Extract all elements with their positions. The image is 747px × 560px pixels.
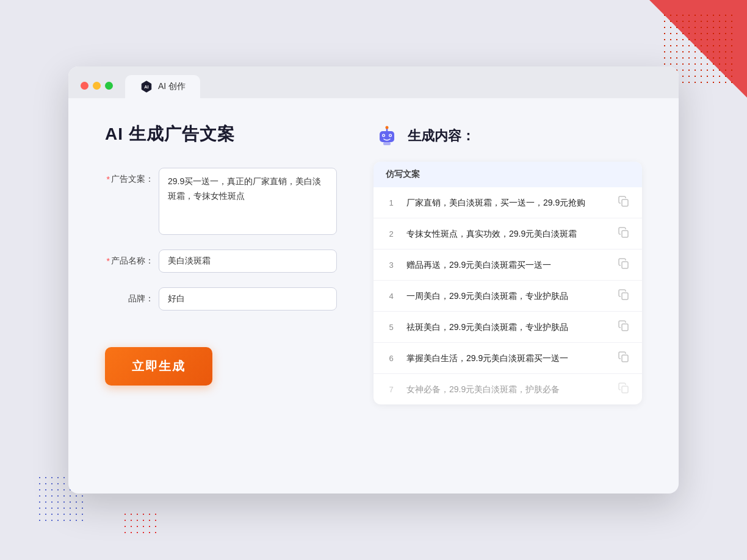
browser-titlebar: AI AI 创作 (68, 66, 679, 98)
results-container: 仿写文案 1厂家直销，美白淡斑霜，买一送一，29.9元抢购 2专抹女性斑点，真实… (374, 162, 642, 404)
bg-dots-red2 (122, 511, 159, 536)
result-number: 4 (386, 292, 397, 301)
result-text: 专抹女性斑点，真实功效，29.9元美白淡斑霜 (406, 228, 608, 240)
svg-point-7 (389, 135, 391, 136)
copy-icon[interactable] (618, 257, 630, 272)
results-rows: 1厂家直销，美白淡斑霜，买一送一，29.9元抢购 2专抹女性斑点，真实功效，29… (374, 187, 642, 404)
tab-ai-creation[interactable]: AI AI 创作 (125, 75, 200, 98)
browser-window: AI AI 创作 AI 生成广告文案 * 广告文案： * 产品 (68, 66, 679, 494)
product-required-star: * (107, 256, 110, 266)
result-number: 7 (386, 385, 397, 394)
svg-rect-11 (622, 262, 628, 268)
result-row: 6掌握美白生活，29.9元美白淡斑霜买一送一 (374, 343, 642, 374)
svg-text:AI: AI (144, 84, 148, 90)
result-row: 2专抹女性斑点，真实功效，29.9元美白淡斑霜 (374, 218, 642, 249)
ai-tab-icon: AI (140, 80, 153, 93)
column-header: 仿写文案 (386, 169, 420, 179)
result-text: 女神必备，29.9元美白淡斑霜，护肤必备 (406, 383, 608, 396)
svg-rect-9 (622, 199, 628, 206)
result-number: 1 (386, 198, 397, 207)
result-row: 5祛斑美白，29.9元美白淡斑霜，专业护肤品 (374, 312, 642, 343)
robot-icon (374, 123, 400, 149)
traffic-light-red[interactable] (81, 82, 88, 90)
copy-icon[interactable] (618, 195, 630, 210)
traffic-light-green[interactable] (105, 82, 113, 90)
right-section-title: 生成内容： (408, 127, 475, 145)
brand-input[interactable] (159, 287, 337, 311)
right-panel: 生成内容： 仿写文案 1厂家直销，美白淡斑霜，买一送一，29.9元抢购 2专抹女… (374, 123, 642, 446)
form-group-product: * 产品名称： (105, 249, 337, 273)
svg-rect-15 (622, 386, 628, 393)
svg-rect-12 (622, 293, 628, 300)
form-group-ad-copy: * 广告文案： (105, 168, 337, 235)
copy-icon[interactable] (618, 226, 630, 241)
right-header: 生成内容： (374, 123, 642, 149)
traffic-lights (81, 82, 113, 98)
result-row: 7女神必备，29.9元美白淡斑霜，护肤必备 (374, 374, 642, 404)
result-row: 1厂家直销，美白淡斑霜，买一送一，29.9元抢购 (374, 187, 642, 218)
results-header: 仿写文案 (374, 162, 642, 187)
ad-copy-label-wrapper: * 广告文案： (105, 168, 154, 185)
ad-copy-textarea[interactable] (159, 168, 337, 235)
tab-label: AI 创作 (158, 81, 186, 92)
result-row: 3赠品再送，29.9元美白淡斑霜买一送一 (374, 249, 642, 281)
result-text: 掌握美白生活，29.9元美白淡斑霜买一送一 (406, 352, 608, 365)
result-number: 5 (386, 323, 397, 332)
svg-rect-10 (622, 231, 628, 237)
ad-copy-label: 广告文案： (111, 174, 154, 185)
copy-icon[interactable] (618, 382, 630, 397)
copy-icon[interactable] (618, 351, 630, 365)
result-text: 一周美白，29.9元美白淡斑霜，专业护肤品 (406, 290, 608, 303)
brand-label-wrapper: 品牌： (105, 287, 154, 304)
page-title: AI 生成广告文案 (105, 123, 337, 146)
svg-rect-13 (622, 324, 628, 331)
result-text: 赠品再送，29.9元美白淡斑霜买一送一 (406, 259, 608, 271)
generate-button[interactable]: 立即生成 (105, 347, 212, 386)
browser-content: AI 生成广告文案 * 广告文案： * 产品名称： 品牌 (68, 98, 679, 476)
result-number: 3 (386, 260, 397, 270)
form-group-brand: 品牌： (105, 287, 337, 311)
left-panel: AI 生成广告文案 * 广告文案： * 产品名称： 品牌 (105, 123, 337, 446)
product-input[interactable] (159, 249, 337, 273)
copy-icon[interactable] (618, 289, 630, 303)
result-text: 祛斑美白，29.9元美白淡斑霜，专业护肤品 (406, 321, 608, 334)
ad-copy-required-star: * (107, 174, 110, 184)
product-label-wrapper: * 产品名称： (105, 249, 154, 267)
svg-rect-14 (622, 355, 628, 362)
svg-point-6 (383, 135, 384, 136)
tab-bar: AI AI 创作 (125, 75, 200, 98)
brand-label: 品牌： (128, 293, 154, 304)
traffic-light-yellow[interactable] (93, 82, 101, 90)
result-row: 4一周美白，29.9元美白淡斑霜，专业护肤品 (374, 281, 642, 312)
svg-point-3 (386, 126, 389, 129)
copy-icon[interactable] (618, 320, 630, 334)
result-number: 2 (386, 229, 397, 239)
result-text: 厂家直销，美白淡斑霜，买一送一，29.9元抢购 (406, 196, 608, 209)
result-number: 6 (386, 354, 397, 363)
svg-rect-8 (383, 142, 391, 145)
product-label: 产品名称： (111, 256, 154, 267)
